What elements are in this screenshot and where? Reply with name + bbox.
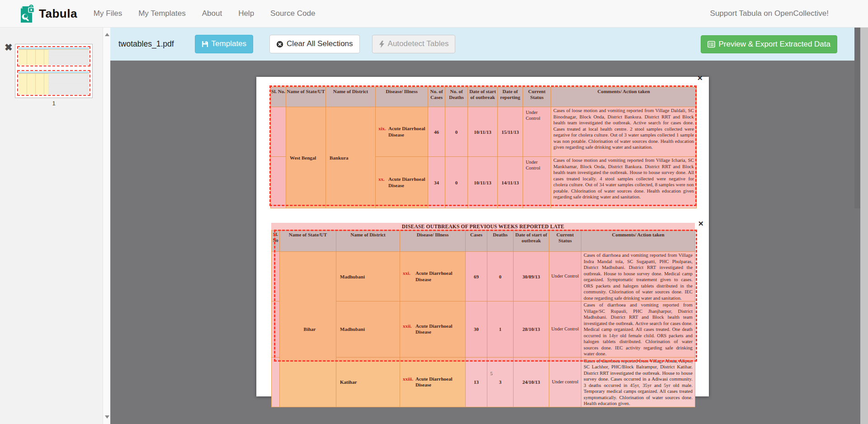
tabula-logo-icon xyxy=(19,4,35,24)
selection-2-close-icon[interactable]: ✕ xyxy=(698,221,704,227)
selection-1-close-icon[interactable]: ✕ xyxy=(697,75,703,82)
scroll-up-icon[interactable] xyxy=(105,33,109,36)
toolbar: twotables_1.pdf Templates Clear All Sele… xyxy=(110,28,860,61)
brand-title: Tabula xyxy=(39,7,77,21)
pdf-viewer-area: Sl. No. Name of State/UT Name of Distric… xyxy=(110,61,860,424)
cell-district: Katihar xyxy=(336,357,400,407)
thumbnail-page-number: 1 xyxy=(15,100,93,107)
templates-button[interactable]: Templates xyxy=(195,35,253,53)
nav-about[interactable]: About xyxy=(202,9,222,18)
disease-numeral: xxiii. xyxy=(401,376,415,388)
cell-status: Under control xyxy=(549,357,581,407)
list-alt-icon xyxy=(708,41,715,48)
flash-icon xyxy=(379,41,385,48)
clear-all-selections-button[interactable]: Clear All Selections xyxy=(269,35,359,53)
preview-export-button[interactable]: Preview & Export Extracted Data xyxy=(701,35,837,53)
support-link[interactable]: Support Tabula on OpenCollective! xyxy=(710,9,829,18)
filename-label: twotables_1.pdf xyxy=(118,39,174,49)
templates-button-label: Templates xyxy=(212,39,246,49)
autodetect-tables-button[interactable]: Autodetect Tables xyxy=(372,35,456,53)
clear-all-selections-label: Clear All Selections xyxy=(287,39,353,49)
thumbnail-selection-1 xyxy=(17,46,90,66)
page-thumbnail[interactable] xyxy=(15,44,93,98)
thumbnail-selection-2 xyxy=(17,70,90,96)
sidebar: ✖ 1 xyxy=(0,28,110,424)
sidebar-scrollbar[interactable] xyxy=(103,28,110,424)
cell-comments: Cases of diarrhoea reported from Village… xyxy=(581,357,695,407)
table-2-title: DISEASE OUTBREAKS OF PREVIOUS WEEKS REPO… xyxy=(271,223,695,230)
navbar: Tabula My Files My Templates About Help … xyxy=(0,0,868,28)
pdf-page-number: 5 xyxy=(478,371,505,376)
cell-cases: 13 xyxy=(466,357,487,407)
nav-help[interactable]: Help xyxy=(238,9,254,18)
preview-export-label: Preview & Export Extracted Data xyxy=(718,39,830,49)
remove-circle-icon xyxy=(276,41,283,48)
window-scrollbar[interactable] xyxy=(860,28,868,424)
autodetect-tables-label: Autodetect Tables xyxy=(388,39,449,49)
brand[interactable]: Tabula xyxy=(19,4,77,24)
nav-my-files[interactable]: My Files xyxy=(94,9,122,18)
table-selection-2[interactable] xyxy=(274,230,697,362)
delete-page-icon[interactable]: ✖ xyxy=(5,42,13,52)
disease-name: Acute Diarrhoeal Disease xyxy=(415,376,464,388)
cell-disease: xxiii. Acute Diarrhoeal Disease xyxy=(400,357,466,407)
table-selection-1[interactable] xyxy=(269,85,697,206)
scroll-down-icon[interactable] xyxy=(105,415,109,419)
save-icon xyxy=(202,41,208,47)
nav-source-code[interactable]: Source Code xyxy=(270,9,315,18)
cell-deaths: 3 xyxy=(487,357,514,407)
nav-my-templates[interactable]: My Templates xyxy=(138,9,186,18)
pdf-page[interactable]: Sl. No. Name of State/UT Name of Distric… xyxy=(256,77,709,396)
viewer-scrollbar-thumb[interactable] xyxy=(854,28,860,208)
cell-slno xyxy=(272,357,280,407)
cell-start-date: 24/10/13 xyxy=(514,357,549,407)
